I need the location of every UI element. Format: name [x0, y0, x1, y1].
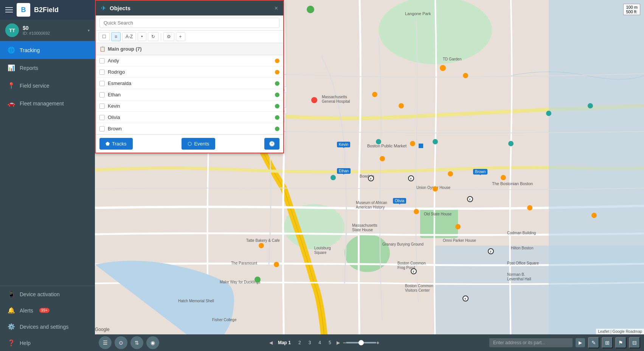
- hamburger-menu[interactable]: [5, 7, 13, 12]
- list-view-button[interactable]: ≡: [111, 32, 121, 41]
- devices-settings-icon: ⚙️: [8, 323, 15, 330]
- svg-text:Tatte Bakery & Cafe: Tatte Bakery & Cafe: [246, 238, 280, 243]
- sidebar-item-fleet-management[interactable]: 🚗 Fleet management: [0, 94, 95, 112]
- prev-map-icon[interactable]: ◀: [269, 340, 273, 345]
- history-button[interactable]: 🕐: [264, 138, 279, 150]
- svg-rect-7: [549, 0, 644, 351]
- sidebar-item-label: Device activation: [20, 291, 60, 297]
- search-address-button[interactable]: ▶: [576, 338, 585, 347]
- svg-text:Make Way for Ducklings: Make Way for Ducklings: [220, 280, 260, 284]
- item-checkbox-kevin[interactable]: [99, 104, 105, 109]
- item-checkbox-ethan[interactable]: [99, 92, 105, 97]
- svg-text:Hatch Memorial Shell: Hatch Memorial Shell: [178, 299, 214, 303]
- item-checkbox-brown[interactable]: [99, 126, 105, 131]
- list-item[interactable]: Ethan: [96, 89, 283, 101]
- item-checkbox-esmeralda[interactable]: [99, 81, 105, 86]
- user-section[interactable]: TT $0 ID: #10000692 ▾: [0, 20, 95, 41]
- dot-view-button[interactable]: •: [138, 32, 146, 41]
- sidebar-item-label: Help: [20, 340, 31, 346]
- location-button[interactable]: ◉: [146, 336, 159, 349]
- svg-point-72: [433, 139, 438, 144]
- svg-point-63: [259, 243, 264, 248]
- item-checkbox-olivia[interactable]: [99, 115, 105, 120]
- close-button[interactable]: ×: [275, 5, 278, 12]
- svg-point-52: [463, 73, 468, 78]
- zoom-slider[interactable]: [346, 342, 376, 343]
- app-title: B2Field: [34, 6, 59, 14]
- list-item[interactable]: Brown: [96, 123, 283, 135]
- select-all-button[interactable]: ☐: [99, 32, 110, 41]
- svg-point-59: [414, 209, 419, 214]
- sidebar-item-tracking[interactable]: 🌐 Tracking: [0, 41, 95, 59]
- svg-point-71: [376, 139, 381, 144]
- sidebar-item-reports[interactable]: 📊 Reports: [0, 59, 95, 77]
- tracking-icon: 🌐: [8, 46, 15, 54]
- search-input[interactable]: [99, 18, 279, 28]
- item-name-brown: Brown: [108, 126, 272, 131]
- field-service-icon: 📍: [8, 82, 15, 89]
- map-tab-4[interactable]: 4: [315, 339, 325, 347]
- sidebar-item-device-activation[interactable]: 📱 Device activation: [0, 286, 95, 302]
- zoom-in-button[interactable]: +: [376, 340, 379, 346]
- list-item[interactable]: Esmeralda: [96, 78, 283, 89]
- objects-list: 📋 Main group (7) Andy Rodrigo Esmeralda: [96, 43, 283, 135]
- map-tab-3[interactable]: 3: [305, 339, 315, 347]
- svg-point-67: [307, 6, 314, 13]
- status-dot-brown: [275, 127, 279, 131]
- draw-button[interactable]: ✎: [588, 337, 599, 348]
- item-checkbox-andy[interactable]: [99, 58, 105, 63]
- svg-point-56: [380, 156, 385, 161]
- list-item[interactable]: Rodrigo: [96, 66, 283, 78]
- scale-100m: 100 m: [626, 5, 638, 9]
- zoom-out-button[interactable]: −: [343, 340, 346, 346]
- measure-button[interactable]: ⊞: [602, 337, 613, 348]
- bottom-bar-center: ◀ Map 1 2 3 4 5 ▶ − +: [269, 339, 379, 347]
- app-logo-icon: B: [17, 3, 30, 17]
- flag-button[interactable]: ⚑: [615, 337, 627, 348]
- sidebar-item-field-service[interactable]: 📍 Field service: [0, 77, 95, 94]
- status-dot-andy: [275, 59, 279, 63]
- item-checkbox-rodrigo[interactable]: [99, 70, 105, 75]
- svg-text:Massachusetts: Massachusetts: [322, 95, 347, 99]
- address-input[interactable]: [489, 338, 573, 347]
- list-item[interactable]: Olivia: [96, 112, 283, 123]
- layers-button[interactable]: ☰: [99, 336, 112, 349]
- sidebar-item-devices-settings[interactable]: ⚙️ Devices and settings: [0, 319, 95, 335]
- refresh-button[interactable]: ↻: [148, 32, 158, 41]
- svg-text:Hilton Boston: Hilton Boston: [511, 246, 533, 250]
- tracks-button[interactable]: ⬟ Tracks: [99, 138, 133, 150]
- events-button[interactable]: ⬡ Events: [182, 138, 215, 150]
- svg-point-61: [501, 175, 506, 180]
- object-button[interactable]: ⊙: [115, 336, 127, 349]
- sort-az-button[interactable]: A-Z: [122, 32, 136, 41]
- svg-text:Boston Common: Boston Common: [405, 284, 433, 288]
- list-item[interactable]: Kevin: [96, 101, 283, 112]
- svg-text:Boston Common: Boston Common: [397, 261, 425, 265]
- add-button[interactable]: +: [176, 32, 185, 41]
- next-map-icon[interactable]: ▶: [337, 340, 340, 345]
- stack-button[interactable]: ⊟: [629, 337, 640, 348]
- navigate-icon: ✈: [101, 5, 106, 12]
- map-tab-1[interactable]: Map 1: [274, 339, 295, 347]
- svg-text:T: T: [464, 297, 466, 301]
- map-tab-5[interactable]: 5: [325, 339, 335, 347]
- svg-point-65: [591, 213, 597, 218]
- share-button[interactable]: ⇅: [130, 336, 143, 349]
- sidebar-item-alerts[interactable]: 🔔 Alerts 99+: [0, 302, 95, 319]
- item-name-rodrigo: Rodrigo: [108, 69, 272, 75]
- panel-title: Objects: [110, 5, 271, 11]
- svg-text:Granary Burying Ground: Granary Burying Ground: [382, 242, 424, 246]
- svg-text:Old State House: Old State House: [424, 212, 452, 216]
- svg-text:Louisburg: Louisburg: [314, 246, 331, 250]
- svg-text:Square: Square: [314, 250, 327, 255]
- map-tab-2[interactable]: 2: [295, 339, 305, 347]
- filters-button[interactable]: ⚙: [163, 32, 174, 41]
- item-name-andy: Andy: [108, 58, 272, 63]
- map-marker-olivia: Olivia: [393, 198, 406, 204]
- list-item[interactable]: Andy: [96, 55, 283, 66]
- sidebar-item-label: Fleet management: [20, 101, 64, 107]
- map-marker-ethan: Ethan: [337, 168, 351, 174]
- sidebar: B B2Field TT $0 ID: #10000692 ▾ 🌐 Tracki…: [0, 0, 95, 351]
- sidebar-item-help[interactable]: ❓ Help: [0, 335, 95, 351]
- svg-text:Codman Building: Codman Building: [507, 231, 536, 235]
